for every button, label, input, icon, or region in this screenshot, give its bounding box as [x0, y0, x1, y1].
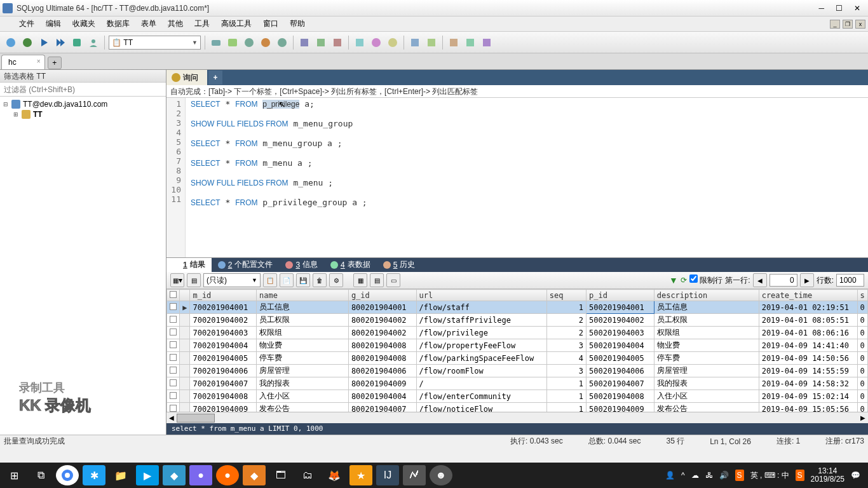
rtb-btn-5[interactable]: ⚙	[329, 273, 343, 287]
grid-cell[interactable]: 800201904006	[348, 365, 416, 377]
select-all-checkbox[interactable]	[167, 290, 180, 301]
grid-cell[interactable]: 1	[546, 377, 586, 390]
grid-cell[interactable]: 700201904006	[190, 365, 257, 377]
grid-cell[interactable]: 员工权限	[257, 314, 349, 327]
grid-cell[interactable]: 2019-04-01 08:06:16	[759, 327, 857, 339]
prev-page-button[interactable]: ◀	[753, 273, 767, 287]
table-row[interactable]: 700201904003权限组800201904002/flow/privile…	[167, 327, 868, 339]
view-grid-button[interactable]: ▦	[353, 273, 367, 287]
row-checkbox[interactable]	[167, 403, 180, 412]
execute-all-button[interactable]	[53, 36, 67, 50]
grid-cell[interactable]: 500201904007	[587, 377, 654, 390]
menu-edit[interactable]: 编辑	[41, 17, 66, 30]
tray-vol-icon[interactable]: 🔊	[719, 471, 729, 480]
menu-window[interactable]: 窗口	[258, 17, 283, 30]
column-header[interactable]: g_id	[348, 290, 416, 301]
grid-cell[interactable]: 0	[857, 390, 867, 403]
menu-powertools[interactable]: 高级工具	[216, 17, 257, 30]
tb-btn-2[interactable]	[226, 36, 240, 50]
add-query-tab-button[interactable]: +	[208, 71, 222, 85]
table-row[interactable]: ▶700201904001员工信息800201904001/flow/staff…	[167, 301, 868, 314]
execute-query-button[interactable]	[37, 36, 51, 50]
grid-cell[interactable]: 0	[857, 301, 867, 314]
tb-btn-8[interactable]	[330, 36, 344, 50]
tray-ime-s[interactable]: S	[735, 470, 744, 481]
menu-fav[interactable]: 收藏夹	[67, 17, 100, 30]
result-tab[interactable]: 2 个配置文件	[212, 258, 280, 272]
grid-cell[interactable]: 4	[546, 352, 586, 365]
menu-file[interactable]: 文件	[14, 17, 39, 30]
row-checkbox[interactable]	[167, 339, 180, 352]
column-header[interactable]: url	[416, 290, 546, 301]
grid-cell[interactable]: 500201904002	[587, 314, 654, 327]
column-header[interactable]: name	[257, 290, 349, 301]
tb-btn-14[interactable]	[447, 36, 461, 50]
app-icon-7[interactable]: ◆	[243, 465, 266, 485]
grid-cell[interactable]: /flow/privilege	[416, 327, 546, 339]
grid-cell[interactable]: 0	[857, 327, 867, 339]
tb-btn-6[interactable]	[297, 36, 311, 50]
mdi-min-button[interactable]: _	[830, 20, 840, 29]
grid-cell[interactable]: 700201904005	[190, 352, 257, 365]
grid-cell[interactable]: 0	[857, 314, 867, 327]
row-checkbox[interactable]	[167, 365, 180, 377]
grid-view-button[interactable]: ▦▾	[170, 273, 184, 287]
maximize-button[interactable]: ☐	[836, 4, 843, 13]
row-checkbox[interactable]	[167, 352, 180, 365]
tree-root[interactable]: ⊟ TT@dev.db.java110.com	[3, 99, 163, 109]
explorer-icon[interactable]: 📁	[109, 465, 132, 485]
app-icon-11[interactable]: IJ	[376, 465, 399, 485]
tb-btn-11[interactable]	[386, 36, 400, 50]
tree-db[interactable]: ⊞ TT	[3, 109, 163, 119]
grid-cell[interactable]: 800201904004	[348, 390, 416, 403]
grid-cell[interactable]: 发布公告	[257, 403, 349, 412]
tray-ime[interactable]: 英 , ⌨ : 中	[750, 470, 789, 481]
grid-cell[interactable]: 0	[857, 339, 867, 352]
column-header[interactable]: s	[857, 290, 867, 301]
tb-btn-1[interactable]	[209, 36, 223, 50]
grid-cell[interactable]: 我的报表	[654, 377, 759, 390]
grid-cell[interactable]: 700201904008	[190, 390, 257, 403]
result-tab[interactable]: 4 表数据	[324, 258, 377, 272]
grid-cell[interactable]: 700201904009	[190, 403, 257, 412]
tb-btn-9[interactable]	[353, 36, 367, 50]
table-row[interactable]: 700201904006房屋管理800201904006/flow/roomFl…	[167, 365, 868, 377]
grid-cell[interactable]: 2019-04-09 15:02:14	[759, 390, 857, 403]
grid-cell[interactable]: /	[416, 377, 546, 390]
grid-cell[interactable]: 700201904003	[190, 327, 257, 339]
grid-cell[interactable]: 1	[546, 403, 586, 412]
menu-tools[interactable]: 工具	[189, 17, 215, 30]
firefox-icon[interactable]: 🦊	[323, 465, 346, 485]
grid-cell[interactable]: 2019-04-09 14:41:40	[759, 339, 857, 352]
grid-cell[interactable]: /flow/noticeFlow	[416, 403, 546, 412]
table-row[interactable]: 700201904007我的报表800201904009/15002019040…	[167, 377, 868, 390]
filter-input[interactable]	[0, 83, 166, 96]
row-count-input[interactable]	[836, 274, 864, 287]
app-icon-3[interactable]: ▶	[136, 465, 159, 485]
tb-btn-15[interactable]	[463, 36, 477, 50]
grid-cell[interactable]: 800201904002	[348, 314, 416, 327]
scroll-left-button[interactable]: ◀	[166, 414, 177, 421]
column-header[interactable]: seq	[546, 290, 586, 301]
tray-up-icon[interactable]: ^	[681, 471, 685, 480]
grid-cell[interactable]: 800201904002	[348, 327, 416, 339]
grid-cell[interactable]: 800201904009	[348, 377, 416, 390]
new-connection-button[interactable]	[4, 36, 18, 50]
task-view-button[interactable]: ⧉	[29, 465, 52, 485]
view-text-button[interactable]: ▭	[386, 273, 400, 287]
app-icon-2[interactable]: ✱	[83, 465, 105, 485]
chrome-icon[interactable]	[56, 465, 79, 485]
app-icon-8[interactable]: 🗔	[269, 465, 292, 485]
rtb-btn-3[interactable]: 📋	[263, 273, 277, 287]
clock[interactable]: 13:14 2019/8/25	[811, 467, 844, 484]
save-button[interactable]: 💾	[296, 273, 310, 287]
grid-cell[interactable]: 我的报表	[257, 377, 349, 390]
table-row[interactable]: 700201904002员工权限800201904002/flow/staffP…	[167, 314, 868, 327]
limit-check[interactable]: 限制行	[689, 274, 722, 286]
grid-cell[interactable]: 物业费	[257, 339, 349, 352]
expand-icon[interactable]: ⊞	[13, 111, 19, 118]
grid-cell[interactable]: 停车费	[654, 352, 759, 365]
column-header[interactable]: create_time	[759, 290, 857, 301]
grid-cell[interactable]: 0	[857, 365, 867, 377]
grid-cell[interactable]: 800201904008	[348, 352, 416, 365]
